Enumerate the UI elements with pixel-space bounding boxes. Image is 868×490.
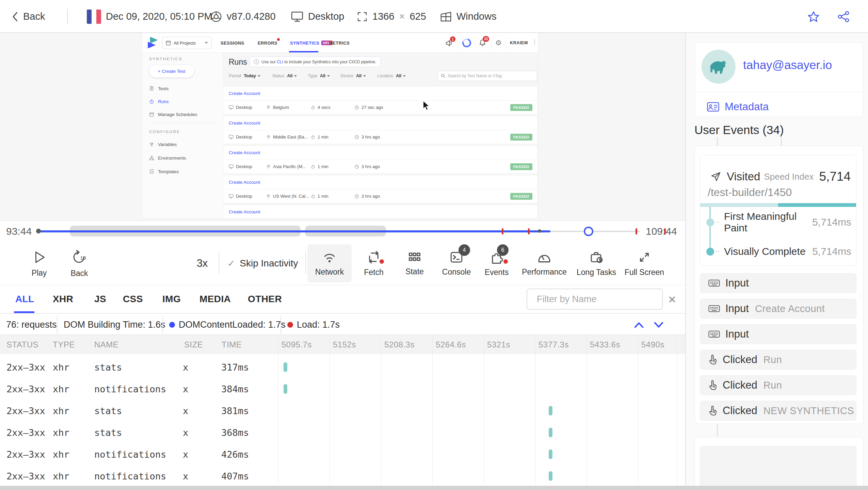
- variables-icon: [149, 142, 154, 147]
- speed-toggle[interactable]: 3x: [197, 242, 208, 285]
- jump-previous-button[interactable]: [634, 314, 644, 335]
- event-item-clicked[interactable]: ClickedRun: [700, 350, 856, 370]
- runs-search-input[interactable]: [448, 74, 534, 78]
- back-10s-button[interactable]: 10 Back: [61, 244, 98, 282]
- full-screen-button[interactable]: Full Screen: [622, 244, 666, 282]
- panel-console-button[interactable]: Console 4: [436, 244, 477, 282]
- timeline-section: 93:44 109:44: [0, 220, 685, 242]
- sidebar-item-templates[interactable]: Templates: [149, 166, 179, 177]
- event-item-input[interactable]: Input: [700, 324, 856, 344]
- app-tab-sessions[interactable]: SESSIONS: [221, 33, 244, 53]
- sidebar-item-label: Templates: [158, 169, 179, 174]
- network-tabs: ALL XHR JS CSS IMG MEDIA OTHER ✕: [0, 285, 685, 314]
- project-selector[interactable]: All Projects: [162, 37, 212, 49]
- run-card[interactable]: Create Account Desktop Canada (Central) …: [223, 205, 537, 218]
- network-request-row[interactable]: 2xx–3xxxhrnotificationsx426ms: [0, 443, 685, 465]
- event-item-input[interactable]: Input: [700, 273, 856, 293]
- filter-location[interactable]: Location All: [377, 70, 406, 81]
- panel-network-button[interactable]: Network: [307, 244, 352, 282]
- panel-state-button[interactable]: State: [397, 244, 432, 282]
- network-filter-input[interactable]: [537, 294, 657, 305]
- share-button[interactable]: [837, 0, 850, 33]
- timeline-event-dot: [538, 229, 541, 233]
- network-request-row[interactable]: 2xx–3xxxhrnotificationsx407ms: [0, 465, 685, 486]
- filter-period[interactable]: Period Today: [229, 70, 260, 81]
- app-tab-metrics[interactable]: METRICS: [329, 33, 350, 53]
- full-screen-icon: [637, 250, 652, 264]
- announcements-button[interactable]: 1: [445, 39, 453, 47]
- timeline-track[interactable]: [38, 221, 640, 242]
- event-item-clicked[interactable]: ClickedNEW SYNTHETICS: [700, 401, 856, 421]
- panel-label: Events: [485, 268, 509, 277]
- filter-type[interactable]: Type All: [308, 70, 330, 81]
- filter-device[interactable]: Device All: [340, 70, 366, 81]
- net-tab-img[interactable]: IMG: [162, 285, 181, 313]
- playhead[interactable]: [584, 227, 593, 236]
- event-marker: [528, 228, 530, 234]
- run-card[interactable]: Create Account Desktop Middle East (Ba..…: [223, 116, 537, 144]
- run-name[interactable]: Create Account: [223, 176, 537, 189]
- request-timing-bar: [549, 406, 552, 415]
- app-tab-errors[interactable]: ERRORS: [258, 33, 277, 53]
- cli-link[interactable]: CLI: [277, 60, 283, 64]
- net-tab-other[interactable]: OTHER: [248, 285, 282, 313]
- horizontal-scrollbar[interactable]: [0, 486, 868, 490]
- metadata-button[interactable]: Metadata: [707, 98, 769, 116]
- network-request-row[interactable]: 2xx–3xxxhrstatsx317ms: [0, 356, 685, 378]
- net-tab-js[interactable]: JS: [94, 285, 106, 313]
- monitor-icon: [229, 135, 234, 139]
- metric-dot: [706, 218, 714, 226]
- sidebar-item-manage-schedules[interactable]: Manage Schedules: [149, 109, 197, 120]
- stopwatch-icon: [311, 135, 315, 140]
- back-button[interactable]: Back: [12, 0, 45, 33]
- settings-gear-icon[interactable]: ⚙: [495, 39, 502, 47]
- kebab-menu-icon[interactable]: ⋮: [532, 38, 537, 46]
- visited-card[interactable]: Visited Speed Index 5,714 /test-builder/…: [700, 155, 856, 266]
- panel-long-tasks-button[interactable]: Long Tasks: [574, 244, 618, 282]
- skip-inactivity-toggle[interactable]: ✓ Skip Inactivity: [228, 242, 298, 285]
- net-tab-all[interactable]: ALL: [15, 285, 34, 313]
- run-name[interactable]: Create Account: [223, 116, 537, 130]
- favorite-button[interactable]: [807, 0, 820, 33]
- run-name[interactable]: Create Account: [223, 87, 537, 100]
- create-test-button[interactable]: + Create Test: [149, 65, 194, 78]
- close-panel-button[interactable]: ✕: [668, 285, 676, 314]
- run-name[interactable]: Create Account: [223, 205, 537, 218]
- jump-next-button[interactable]: [654, 314, 664, 335]
- sidebar-item-tests[interactable]: Tests: [149, 83, 169, 94]
- run-card[interactable]: Create Account Desktop US West (N. Cal..…: [223, 176, 537, 203]
- event-item-clicked[interactable]: ClickedRun: [700, 375, 856, 395]
- sidebar-item-environments[interactable]: Environments: [149, 152, 186, 164]
- app-tab-synthetics[interactable]: SYNTHETICS NEW: [290, 33, 333, 53]
- monitor-icon: [229, 194, 234, 198]
- run-duration: 1 min: [311, 134, 354, 140]
- panel-performance-button[interactable]: Performance: [519, 244, 570, 282]
- run-card[interactable]: Create Account Desktop Belgium 4 secs 27…: [223, 87, 537, 114]
- notifications-button[interactable]: 33: [479, 39, 486, 47]
- network-request-row[interactable]: 2xx–3xxxhrstatsx368ms: [0, 422, 685, 443]
- sidebar-item-runs[interactable]: Runs: [149, 96, 169, 107]
- panel-fetch-button[interactable]: Fetch: [356, 244, 391, 282]
- section-configure: CONFIGURE: [149, 130, 180, 134]
- network-request-row[interactable]: 2xx–3xxxhrstatsx381ms: [0, 400, 685, 422]
- run-name[interactable]: Create Account: [223, 146, 537, 160]
- skip-inactivity-label: Skip Inactivity: [240, 258, 298, 269]
- event-item-input[interactable]: InputCreate Account: [700, 299, 856, 318]
- run-card[interactable]: Create Account Desktop Asia Pacific (M..…: [223, 146, 537, 173]
- filter-status[interactable]: Status All: [272, 70, 297, 81]
- network-stats-row: 76: requests DOM Building Time: 1.6s DOM…: [0, 314, 685, 335]
- play-button[interactable]: Play: [22, 244, 56, 282]
- user-menu[interactable]: KRAIEM: [510, 33, 528, 53]
- star-icon: [807, 11, 820, 23]
- resolution-group: 1366 × 625: [357, 0, 426, 33]
- dom-building-time: DOM Building Time: 1.6s: [64, 314, 165, 335]
- load-time: Load: 1.7s: [287, 314, 340, 335]
- net-tab-xhr[interactable]: XHR: [53, 285, 73, 313]
- net-tab-css[interactable]: CSS: [123, 285, 143, 313]
- sidebar-item-variables[interactable]: Variables: [149, 138, 177, 150]
- net-tab-media[interactable]: MEDIA: [199, 285, 231, 313]
- panel-events-button[interactable]: Events 6: [478, 244, 515, 282]
- network-request-row[interactable]: 2xx–3xxxhrnotificationsx384ms: [0, 378, 685, 400]
- panel-label: Network: [315, 267, 344, 277]
- run-location: Asia Pacific (M...: [266, 164, 311, 169]
